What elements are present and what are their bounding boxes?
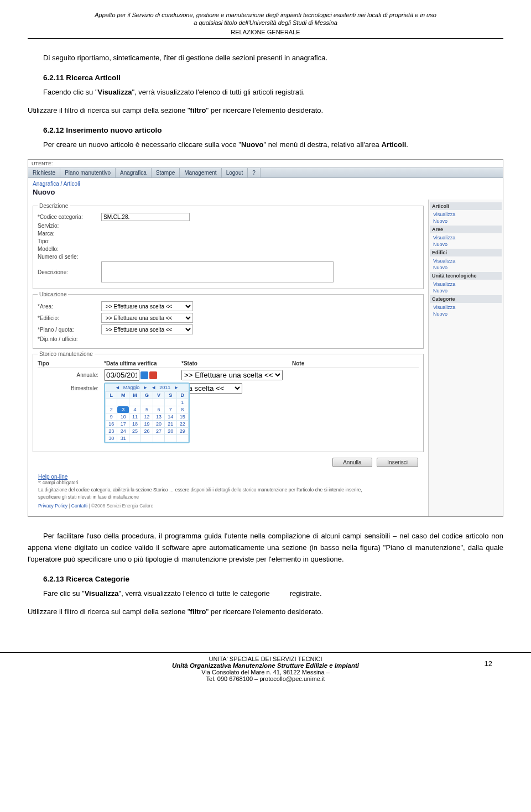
select-stato-bimestrale[interactable]: na scelta <<	[181, 383, 242, 394]
sidebar-link-nuovo[interactable]: Nuovo	[432, 311, 499, 317]
datepicker-day	[106, 399, 117, 406]
label-servizio: Servizio:	[38, 223, 101, 229]
datepicker-day[interactable]: 17	[117, 421, 129, 428]
app-menubar: Richieste Piano manutentivo Anagrafica S…	[28, 167, 503, 178]
help-note-1: *: campi obbligatori.	[33, 480, 424, 487]
inserisci-button[interactable]: Inserisci	[377, 458, 418, 467]
datepicker-day[interactable]: 14	[165, 413, 176, 421]
datepicker-day[interactable]: 2	[106, 406, 117, 413]
dp-year[interactable]: 2011	[159, 385, 170, 390]
datepicker-day[interactable]: 11	[129, 413, 140, 421]
menu-help[interactable]: ?	[248, 168, 261, 177]
datepicker-day[interactable]: 31	[117, 435, 129, 442]
datepicker-day[interactable]: 25	[129, 428, 140, 435]
header-rule	[28, 38, 503, 39]
datepicker-day[interactable]: 15	[176, 413, 188, 421]
menu-management[interactable]: Management	[180, 168, 221, 177]
datepicker-day[interactable]: 12	[141, 413, 153, 421]
button-row: Annulla Inserisci	[33, 454, 424, 470]
contatti-link[interactable]: Contatti	[71, 503, 87, 509]
select-area[interactable]: >> Effettuare una scelta <<	[101, 301, 193, 311]
annulla-button[interactable]: Annulla	[332, 458, 372, 467]
datepicker-day[interactable]: 6	[153, 406, 164, 413]
datepicker-day[interactable]: 19	[141, 421, 153, 428]
sidebar-link-nuovo[interactable]: Nuovo	[432, 241, 499, 248]
input-codice-categoria[interactable]	[101, 213, 190, 221]
datepicker-day[interactable]: 4	[129, 406, 140, 413]
textarea-descrizione[interactable]	[101, 261, 334, 282]
datepicker-day	[141, 399, 153, 406]
datepicker-day[interactable]: 7	[165, 406, 176, 413]
datepicker-day[interactable]: 3	[117, 406, 129, 413]
label-edificio: *Edificio:	[38, 315, 101, 321]
footer-privacy: Privacy Policy | Contatti | ©2008 Serviz…	[33, 501, 424, 513]
datepicker-day[interactable]: 10	[117, 413, 129, 421]
sidebar-link-visualizza[interactable]: Visualizza	[432, 234, 499, 241]
form-column: Descrizione *Codice categoria: Servizio:…	[28, 200, 428, 516]
sidebar-link-visualizza[interactable]: Visualizza	[432, 211, 499, 218]
dp-month[interactable]: Maggio	[123, 385, 140, 390]
heading-6-2-12: 6.2.12 Inserimento nuovo articolo	[43, 124, 503, 137]
privacy-link[interactable]: Privacy Policy	[38, 503, 67, 509]
datepicker-day[interactable]: 28	[165, 428, 176, 435]
datepicker-day[interactable]: 26	[141, 428, 153, 435]
select-piano[interactable]: >> Effettuare una scelta <<	[101, 324, 193, 334]
help-online-link[interactable]: Help on-line	[33, 470, 424, 480]
help-note-3: specificare gli stati rilevati in fase d…	[33, 494, 424, 501]
datepicker-day[interactable]: 5	[141, 406, 153, 413]
datepicker-day	[141, 435, 153, 442]
input-data-annuale[interactable]	[104, 369, 139, 381]
label-piano: *Piano / quota:	[38, 327, 101, 333]
prev-month-icon[interactable]: ◄	[115, 385, 120, 390]
menu-anagrafica[interactable]: Anagrafica	[116, 168, 152, 177]
datepicker-day[interactable]: 16	[106, 421, 117, 428]
p-6212-1: Per creare un nuovo articolo è necessari…	[28, 139, 503, 151]
datepicker-day[interactable]: 21	[165, 421, 176, 428]
datepicker-day[interactable]: 24	[117, 428, 129, 435]
datepicker-day[interactable]: 22	[176, 421, 188, 428]
datepicker-day[interactable]: 18	[129, 421, 140, 428]
calendar-icon[interactable]	[140, 371, 148, 379]
sidebar-group-categorie: Categorie	[430, 295, 502, 303]
sidebar-link-visualizza[interactable]: Visualizza	[432, 281, 499, 287]
label-area: *Area:	[38, 303, 101, 310]
datepicker-day[interactable]: 20	[153, 421, 164, 428]
col-tipo: Tipo	[38, 360, 104, 366]
menu-logout[interactable]: Logout	[222, 168, 248, 177]
menu-piano-manutentivo[interactable]: Piano manutentivo	[60, 168, 116, 177]
prev-year-icon[interactable]: ◄	[151, 385, 156, 390]
datepicker-popup[interactable]: ◄ Maggio ► ◄ 2011 ► LMMGVSD 123456789101	[104, 383, 190, 443]
document-body-2: Per facilitare l'uso della procedura, il…	[28, 531, 503, 618]
datepicker-day[interactable]: 1	[176, 399, 188, 406]
sidebar-link-visualizza[interactable]: Visualizza	[432, 304, 499, 311]
datepicker-day[interactable]: 29	[176, 428, 188, 435]
select-stato-annuale[interactable]: >> Effettuare una scelta <<	[181, 370, 283, 380]
sidebar-link-nuovo[interactable]: Nuovo	[432, 287, 499, 294]
doc-footer: UNITA' SPECIALE DEI SERVIZI TECNICI Unit…	[0, 652, 531, 685]
label-modello: Modello:	[38, 246, 101, 252]
datepicker-day[interactable]: 30	[106, 435, 117, 442]
document-body: Di seguito riportiamo, sinteticamente, l…	[28, 53, 503, 151]
menu-richieste[interactable]: Richieste	[28, 168, 60, 177]
datepicker-day[interactable]: 13	[153, 413, 164, 421]
datepicker-day[interactable]: 9	[106, 413, 117, 421]
datepicker-day[interactable]: 27	[153, 428, 164, 435]
datepicker-day	[165, 435, 176, 442]
datepicker-day	[129, 435, 140, 442]
col-note: Note	[292, 360, 419, 366]
datepicker-day[interactable]: 8	[176, 406, 188, 413]
header-line1: Appalto per il Servizio di conduzione, g…	[28, 11, 503, 19]
label-tipo: Tipo:	[38, 238, 101, 244]
label-dipnto: *Dip.nto / ufficio:	[38, 336, 101, 342]
menu-stampe[interactable]: Stampe	[152, 168, 180, 177]
next-month-icon[interactable]: ►	[143, 385, 148, 390]
clear-date-icon[interactable]	[149, 371, 157, 379]
next-year-icon[interactable]: ►	[174, 385, 179, 390]
select-edificio[interactable]: >> Effettuare una scelta <<	[101, 313, 193, 323]
datepicker-day[interactable]: 23	[106, 428, 117, 435]
heading-6-2-11: 6.2.11 Ricerca Articoli	[43, 72, 503, 84]
sidebar-link-visualizza[interactable]: Visualizza	[432, 258, 499, 264]
sidebar-link-nuovo[interactable]: Nuovo	[432, 218, 499, 224]
sidebar-link-nuovo[interactable]: Nuovo	[432, 264, 499, 271]
datepicker-day	[153, 435, 164, 442]
